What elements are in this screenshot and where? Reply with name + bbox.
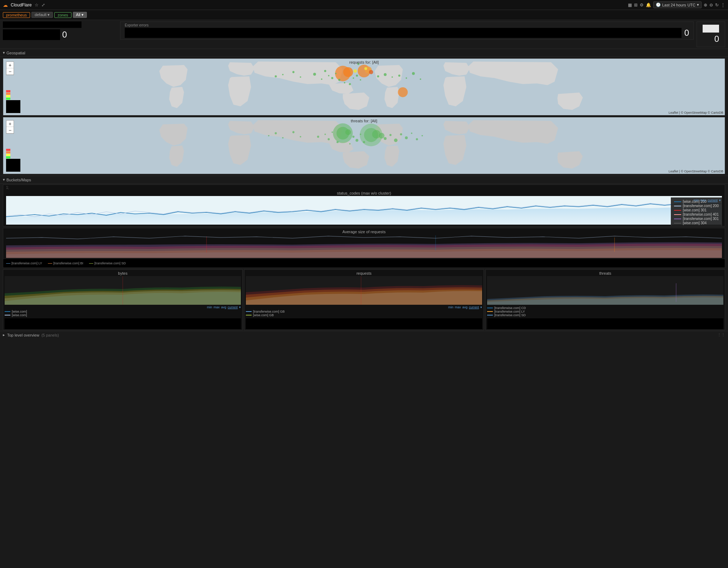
bytes-title: bytes: [3, 270, 242, 276]
map1-zoom-controls: + −: [6, 62, 14, 75]
zoom-in-icon[interactable]: ⊕: [704, 3, 707, 8]
svg-point-25: [398, 74, 400, 77]
avg-label-black-redacted: [132, 260, 722, 267]
requests-map: requests for: [All] + −: [3, 58, 725, 116]
svg-point-21: [360, 79, 361, 80]
svg-point-57: [416, 138, 418, 140]
svg-point-2: [343, 67, 353, 77]
exporter-errors-panel: Exporter errors 0: [120, 21, 694, 40]
footer-menu-icon[interactable]: ⋮⋮: [717, 333, 725, 337]
max-label[interactable]: max: [700, 199, 706, 202]
bytes-chevron: ▾: [239, 305, 241, 309]
requests-current[interactable]: current: [469, 305, 479, 309]
map2-zoom-out[interactable]: −: [6, 127, 14, 133]
legend-red: [6, 90, 10, 92]
svg-point-59: [268, 135, 269, 136]
map1-attribution: Leaflet | © OpenStreetMap © CartoDB: [669, 111, 723, 114]
bytes-current[interactable]: current: [228, 305, 238, 309]
buckets-section-header[interactable]: ▾ Buckets/Maps: [0, 176, 728, 184]
time-range-label: Last 24 hours: [662, 3, 686, 7]
gear-icon[interactable]: ⚙: [640, 3, 644, 8]
svg-point-13: [328, 75, 330, 76]
requests-min[interactable]: min: [448, 305, 454, 309]
geospatial-section-header[interactable]: ▾ Geospatial: [0, 49, 728, 57]
bytes-chart: [5, 276, 241, 305]
legend2-green: [6, 156, 10, 158]
requests-max[interactable]: max: [455, 305, 461, 309]
map2-title: threats for: [All]: [351, 119, 377, 123]
threats-label-2: [transferwise.com] SD: [487, 313, 723, 317]
legend-green: [6, 98, 10, 100]
svg-point-9: [300, 76, 301, 78]
threats-dash-0: [487, 308, 493, 308]
zoom-out-icon[interactable]: ⊖: [709, 3, 713, 8]
tag-default[interactable]: default ▾: [31, 12, 53, 18]
right-value: 0: [714, 34, 719, 44]
tag-prometheus[interactable]: prometheus: [3, 12, 30, 18]
svg-point-50: [363, 141, 365, 143]
avg-size-chart-area: [6, 235, 722, 258]
svg-point-28: [420, 78, 421, 80]
collapse-icon: ▾: [3, 50, 5, 55]
requests-avg[interactable]: avg: [462, 305, 467, 309]
legend-item-4: [transferwise.com] 301: [674, 217, 719, 221]
legend-item-3: [transferwise.com] 401: [674, 212, 719, 216]
legend-color-4: [674, 219, 681, 219]
status-codes-legend: min max current ▾ [wise.com] 200 [transf…: [671, 197, 722, 226]
topbar: ☁ CloudFlare ☆ ⤢ ▦ ⊞ ⚙ 🔔 🕐 Last 24 hours…: [0, 0, 728, 10]
svg-point-23: [384, 73, 387, 76]
bar-chart-icon[interactable]: ▦: [628, 3, 632, 8]
exporter-chart-redacted: [125, 28, 682, 38]
avg-label-0: [transferwise.com] LY: [6, 260, 42, 267]
svg-point-8: [292, 71, 294, 73]
legend-item-2: [wise.com] 301: [674, 208, 719, 212]
legend2-orange: [6, 151, 10, 153]
map1-zoom-in[interactable]: +: [6, 62, 14, 68]
requests-minmax: min max avg current ▾: [244, 305, 484, 309]
top-stats-area: 0 Exporter errors 0 0: [0, 20, 728, 49]
current-label[interactable]: current: [708, 199, 718, 202]
left-stat-area: 0: [3, 21, 117, 40]
footer-label: Top level overview: [7, 333, 39, 337]
legend-item-1: [transferwise.com] 200: [674, 204, 719, 208]
share-icon[interactable]: ⤢: [41, 3, 45, 8]
bytes-max[interactable]: max: [213, 305, 219, 309]
star-icon[interactable]: ☆: [35, 3, 39, 8]
tagbar: prometheus default ▾ zones All ▾: [0, 10, 728, 20]
svg-point-60: [275, 132, 277, 134]
menu-icon[interactable]: ⋮: [721, 3, 725, 8]
collapse-icon-2: ▾: [3, 177, 5, 182]
tag-zones[interactable]: zones: [54, 12, 71, 18]
requests-panel: requests min max avg current ▾ [transfer…: [244, 269, 484, 330]
bytes-min[interactable]: min: [207, 305, 212, 309]
refresh-icon[interactable]: ↻: [715, 3, 719, 8]
legend-black-box: [6, 100, 20, 113]
min-label[interactable]: min: [693, 199, 699, 202]
time-range-selector[interactable]: 🕐 Last 24 hours UTC ▾: [653, 1, 702, 8]
legend2-yellow: [6, 154, 10, 156]
bytes-avg[interactable]: avg: [221, 305, 226, 309]
svg-point-54: [400, 133, 402, 135]
tag-all[interactable]: All ▾: [73, 12, 87, 18]
status-codes-chart-container: 1; status_codes (max w/o cluster): [3, 185, 725, 226]
redacted-bar-1: [3, 21, 81, 28]
status-codes-svg: [6, 196, 722, 225]
svg-point-20: [356, 74, 358, 77]
svg-point-11: [321, 78, 322, 80]
requests-dash-1: [246, 315, 252, 315]
bell-icon[interactable]: 🔔: [646, 3, 651, 8]
threats-title: threats: [486, 270, 725, 276]
map1-zoom-out[interactable]: −: [6, 68, 14, 75]
svg-point-24: [392, 76, 393, 78]
table-icon[interactable]: ⊞: [634, 3, 638, 8]
clock-icon: 🕐: [656, 3, 661, 7]
bytes-bottom-black: [5, 318, 241, 329]
svg-point-62: [292, 131, 294, 133]
map2-zoom-in[interactable]: +: [6, 121, 14, 127]
bytes-svg: [5, 276, 241, 305]
footer-section[interactable]: ▸ Top level overview (5 panels) ⋮⋮: [0, 331, 728, 339]
requests-label-0: [transferwise.com] GB: [246, 310, 482, 313]
legend-item-5: [wise.com] 304: [674, 221, 719, 225]
svg-point-22: [377, 75, 379, 77]
svg-point-15: [335, 73, 337, 74]
